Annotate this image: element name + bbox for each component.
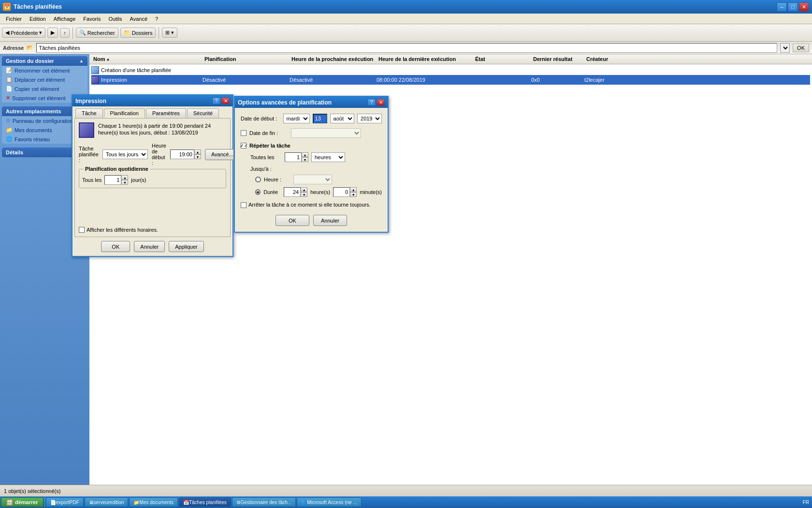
dur-mins-up[interactable]: ▲ xyxy=(350,187,357,192)
every-label: Tous les xyxy=(82,177,102,183)
stop-running-checkbox[interactable] xyxy=(241,202,246,208)
start-date-day-select[interactable]: mardi xyxy=(283,114,310,123)
advanced-dialog-content: Date de début : mardi août 2019 Date de … xyxy=(235,108,388,232)
start-date-num-input[interactable] xyxy=(313,114,327,123)
impression-cancel-button[interactable]: Annuler xyxy=(134,241,165,252)
plan-section-legend: Planification quotidienne xyxy=(83,166,150,172)
task-plan-select[interactable]: Tous les jours xyxy=(102,149,148,159)
impression-close-button[interactable]: ✕ xyxy=(221,97,230,105)
dur-hours-down[interactable]: ▼ xyxy=(301,192,307,197)
start-time-down[interactable]: ▼ xyxy=(194,154,201,159)
dur-hours-up[interactable]: ▲ xyxy=(301,187,307,192)
task-plan-label: Tâche planifiée : xyxy=(79,146,99,163)
show-times-label: Afficher les différents horaires. xyxy=(87,227,158,233)
advanced-cancel-button[interactable]: Annuler xyxy=(313,215,347,226)
impression-tab-content: Chaque 1 heure(s) à partir de 19:00 pend… xyxy=(74,118,231,237)
repeat-every-input[interactable] xyxy=(285,152,302,162)
repeat-unit-select[interactable]: heures xyxy=(311,152,345,162)
tab-planification[interactable]: Planification xyxy=(104,108,145,118)
taskbar: 🪟 démarrer 📄 exportPDF 🖥 serveuredition … xyxy=(0,496,812,508)
every-unit: jour(s) xyxy=(131,177,146,183)
every-input[interactable] xyxy=(104,175,121,185)
start-time-up[interactable]: ▲ xyxy=(194,149,201,154)
impression-help-button[interactable]: ? xyxy=(212,97,220,105)
advanced-title-controls: ? ✕ xyxy=(367,99,385,106)
access-icon: 🔷 xyxy=(301,500,307,505)
start-button[interactable]: 🪟 démarrer xyxy=(1,497,44,507)
taskbar-item-exportpdf[interactable]: 📄 exportPDF xyxy=(46,497,84,507)
taskbar-right: FR xyxy=(803,500,811,505)
rep-every-up[interactable]: ▲ xyxy=(302,152,308,157)
dur-hours-spinner: ▲ ▼ xyxy=(284,187,307,197)
start-time-spinner: ▲ ▼ xyxy=(170,149,201,159)
until-dur-radio[interactable] xyxy=(255,189,261,195)
dur-mins-spinner: ▲ ▼ xyxy=(333,187,357,197)
start-time-input[interactable] xyxy=(170,149,194,159)
tasks-icon: 📅 xyxy=(183,500,189,505)
rep-every-down[interactable]: ▼ xyxy=(302,157,308,162)
dur-hours-spinner-btns: ▲ ▼ xyxy=(301,187,307,197)
advanced-close-button[interactable]: ✕ xyxy=(377,99,385,106)
windows-flag-icon: 🪟 xyxy=(6,499,13,506)
tab-planification-label: Planification xyxy=(110,110,139,116)
impression-title-label: Impression xyxy=(75,98,106,105)
taskbar-taches-label: Tâches planifiées xyxy=(189,500,227,505)
impression-description: Chaque 1 heure(s) à partir de 19:00 pend… xyxy=(98,122,226,136)
tab-tache[interactable]: Tâche xyxy=(75,108,103,118)
impression-ok-button[interactable]: OK xyxy=(101,241,130,252)
tab-securite[interactable]: Sécurité xyxy=(187,108,219,118)
taskbar-sep-1 xyxy=(44,497,45,507)
start-date-month-select[interactable]: août xyxy=(330,114,354,123)
taskbar-gestionnaire-label: Gestionnaire des tâch... xyxy=(241,500,292,505)
dur-mins-down[interactable]: ▼ xyxy=(350,192,357,197)
advanced-title-label: Options avancées de planification xyxy=(238,99,332,106)
until-label: Jusqu'à : xyxy=(250,166,272,172)
taskbar-item-access[interactable]: 🔷 Microsoft Access (ne ... xyxy=(297,497,361,507)
taskbar-exportpdf-label: exportPDF xyxy=(56,500,79,505)
start-date-year-select[interactable]: 2019 xyxy=(357,114,382,123)
until-hour-radio[interactable] xyxy=(255,177,261,182)
taskbar-item-mesdocs[interactable]: 📁 Mes documents xyxy=(129,497,178,507)
taskbar-item-serveuredition[interactable]: 🖥 serveuredition xyxy=(85,497,129,507)
repeat-every-label: Toutes les xyxy=(250,154,282,160)
docs-icon: 📁 xyxy=(133,500,139,505)
taskbar-mesdocs-label: Mes documents xyxy=(139,500,174,505)
until-hour-select[interactable] xyxy=(293,175,332,184)
show-times-checkbox[interactable] xyxy=(79,227,85,233)
end-date-select[interactable] xyxy=(291,128,361,138)
until-dur-label: Durée xyxy=(263,189,281,195)
tab-parametres-label: Paramètres xyxy=(152,110,180,116)
repeat-label: Répéter la tâche xyxy=(249,143,290,149)
dur-mins-input[interactable] xyxy=(333,187,350,197)
dur-hours-input[interactable] xyxy=(284,187,301,197)
show-times-row: Afficher les différents horaires. xyxy=(79,227,226,233)
plan-section: Planification quotidienne Tous les ▲ ▼ j… xyxy=(79,169,226,188)
taskbar-item-gestionnaire[interactable]: ⚙ Gestionnaire des tâch... xyxy=(232,497,296,507)
every-up[interactable]: ▲ xyxy=(121,175,128,180)
dur-mins-spinner-btns: ▲ ▼ xyxy=(350,187,357,197)
tab-tache-label: Tâche xyxy=(82,110,97,116)
stop-running-label: Arrêter la tâche à ce moment si elle tou… xyxy=(248,202,371,208)
repeat-every-spinner-btns: ▲ ▼ xyxy=(302,152,308,162)
every-down[interactable]: ▼ xyxy=(121,180,128,185)
advanced-buttons: OK Annuler xyxy=(241,215,382,226)
advanced-button[interactable]: Avancé... xyxy=(205,149,234,160)
start-date-label: Date de début : xyxy=(241,116,280,121)
impression-dialog: Impression ? ✕ Tâche Planification Param… xyxy=(72,94,233,257)
end-date-checkbox[interactable] xyxy=(241,130,246,136)
impression-title-controls: ? ✕ xyxy=(212,97,230,105)
gestionnaire-icon: ⚙ xyxy=(236,500,241,505)
repeat-every-spinner: ▲ ▼ xyxy=(285,152,308,162)
taskbar-item-taches[interactable]: 📅 Tâches planifiées xyxy=(179,497,231,507)
start-time-label: Heure de début : xyxy=(152,143,166,166)
impression-apply-button[interactable]: Appliquer xyxy=(169,241,203,252)
server-icon: 🖥 xyxy=(89,500,94,505)
repeat-checkbox[interactable]: ✓ xyxy=(241,143,246,149)
every-spinner: ▲ ▼ xyxy=(104,175,128,185)
advanced-ok-button[interactable]: OK xyxy=(276,215,309,226)
advanced-help-button[interactable]: ? xyxy=(367,99,376,106)
tab-parametres[interactable]: Paramètres xyxy=(146,108,186,118)
start-label: démarrer xyxy=(15,499,38,505)
dur-mins-label: minute(s) xyxy=(360,189,382,195)
every-spinner-btns: ▲ ▼ xyxy=(121,175,128,185)
